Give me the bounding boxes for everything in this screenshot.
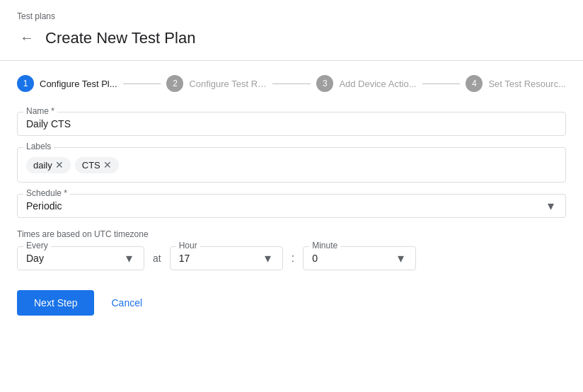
- minute-select[interactable]: 0 5101520 25303540 455055: [312, 253, 407, 264]
- step-1-circle: 1: [17, 75, 34, 92]
- step-4: 4 Set Test Resourc...: [466, 75, 566, 92]
- schedule-select[interactable]: Periodic Once: [26, 200, 557, 212]
- labels-label: Labels: [23, 142, 54, 151]
- step-3-circle: 3: [316, 75, 333, 92]
- chip-cts-remove[interactable]: ✕: [103, 160, 112, 170]
- labels-chips-container: daily ✕ CTS ✕: [26, 154, 557, 176]
- step-1: 1 Configure Test Pl...: [17, 75, 117, 92]
- stepper: 1 Configure Test Pl... 2 Configure Test …: [17, 75, 566, 92]
- main-content: 1 Configure Test Pl... 2 Configure Test …: [0, 61, 583, 330]
- step-3: 3 Add Device Actio...: [316, 75, 416, 92]
- step-3-label: Add Device Actio...: [339, 79, 416, 89]
- minute-field-wrapper: Minute 0 5101520 25303540 455055 ▾: [303, 246, 416, 270]
- page-header: Test plans ← Create New Test Plan: [0, 0, 583, 49]
- action-row: Next Step Cancel: [17, 290, 566, 316]
- minute-label: Minute: [309, 241, 340, 250]
- at-label: at: [153, 253, 161, 264]
- step-connector-1: [123, 83, 161, 84]
- colon-separator: :: [292, 252, 294, 265]
- minute-select-wrapper: 0 5101520 25303540 455055 ▾: [312, 253, 407, 264]
- back-icon: ←: [20, 30, 34, 46]
- schedule-field-group: Schedule * Periodic Once ▾: [17, 194, 566, 218]
- schedule-select-wrapper: Periodic Once ▾: [26, 200, 557, 212]
- cancel-button[interactable]: Cancel: [105, 290, 148, 316]
- chip-cts: CTS ✕: [75, 157, 119, 173]
- hour-select-wrapper: 17 0123 4567 891011 12131415 16181920 21…: [179, 253, 274, 264]
- chip-daily-remove[interactable]: ✕: [55, 160, 64, 170]
- name-field-wrapper: Name *: [17, 112, 566, 136]
- schedule-label: Schedule *: [23, 188, 70, 198]
- every-select[interactable]: Day Hour Minute: [26, 253, 135, 264]
- timezone-note: Times are based on UTC timezone: [17, 229, 566, 239]
- hour-label: Hour: [176, 241, 200, 250]
- step-2: 2 Configure Test Ru...: [166, 75, 267, 92]
- hour-select[interactable]: 17 0123 4567 891011 12131415 16181920 21…: [179, 253, 274, 264]
- chip-daily: daily ✕: [26, 157, 71, 173]
- schedule-field-wrapper: Schedule * Periodic Once ▾: [17, 194, 566, 218]
- hour-field-wrapper: Hour 17 0123 4567 891011 12131415 161819…: [170, 246, 283, 270]
- step-4-label: Set Test Resourc...: [488, 79, 566, 89]
- chip-cts-text: CTS: [82, 160, 100, 171]
- labels-field-wrapper: Labels daily ✕ CTS ✕: [17, 147, 566, 183]
- periodic-row: Every Day Hour Minute ▾ at Hour 17 0123 …: [17, 246, 566, 270]
- name-input[interactable]: [26, 118, 557, 129]
- every-label: Every: [23, 241, 51, 250]
- step-connector-3: [422, 83, 461, 84]
- chip-daily-text: daily: [33, 160, 52, 171]
- step-connector-2: [272, 83, 311, 84]
- every-select-wrapper: Day Hour Minute ▾: [26, 253, 135, 264]
- labels-field-group: Labels daily ✕ CTS ✕: [17, 147, 566, 183]
- back-button[interactable]: ←: [17, 27, 37, 49]
- every-field-wrapper: Every Day Hour Minute ▾: [17, 246, 144, 270]
- step-2-label: Configure Test Ru...: [189, 79, 267, 89]
- step-4-circle: 4: [466, 75, 483, 92]
- breadcrumb: Test plans: [17, 11, 566, 21]
- name-label: Name *: [23, 106, 57, 116]
- step-1-label: Configure Test Pl...: [40, 79, 117, 89]
- step-2-circle: 2: [166, 75, 183, 92]
- name-field-group: Name *: [17, 112, 566, 136]
- page-title: Create New Test Plan: [45, 29, 195, 47]
- next-step-button[interactable]: Next Step: [17, 290, 94, 316]
